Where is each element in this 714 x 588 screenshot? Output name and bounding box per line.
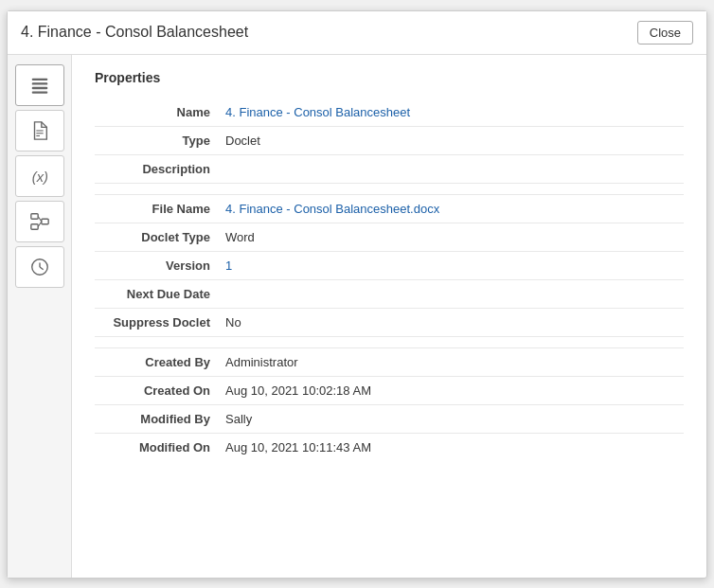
history-icon — [29, 257, 50, 277]
properties-table: Name 4. Finance - Consol Balancesheet Ty… — [95, 98, 684, 461]
modal-body: (x) — [8, 55, 706, 578]
svg-rect-1 — [31, 82, 47, 84]
value-next-due-date — [218, 279, 684, 308]
value-created-on: Aug 10, 2021 10:02:18 AM — [218, 376, 684, 404]
svg-rect-8 — [30, 213, 37, 219]
svg-rect-9 — [30, 223, 37, 229]
value-created-by: Administrator — [218, 347, 684, 376]
label-created-by: Created By — [95, 347, 218, 376]
table-row: Modified By Sally — [95, 404, 684, 433]
label-next-due-date: Next Due Date — [95, 279, 218, 308]
table-row: Description — [95, 154, 684, 183]
table-row: Version 1 — [95, 251, 684, 279]
table-row: Type Doclet — [95, 126, 684, 154]
svg-text:(x): (x) — [31, 169, 47, 184]
sidebar-item-document[interactable] — [15, 110, 64, 151]
label-name: Name — [95, 98, 218, 127]
svg-rect-0 — [31, 78, 47, 80]
table-row: Name 4. Finance - Consol Balancesheet — [95, 98, 684, 127]
variables-icon: (x) — [29, 166, 50, 187]
value-modified-on: Aug 10, 2021 10:11:43 AM — [218, 433, 684, 461]
svg-line-12 — [38, 222, 42, 227]
label-version: Version — [95, 251, 218, 279]
sidebar-item-variables[interactable]: (x) — [15, 155, 64, 197]
list-icon — [29, 75, 50, 96]
svg-line-11 — [38, 216, 42, 222]
value-suppress-doclet: No — [218, 308, 684, 336]
label-filename: File Name — [95, 194, 218, 223]
close-button[interactable]: Close — [637, 21, 693, 45]
label-type: Type — [95, 126, 218, 154]
svg-line-15 — [40, 267, 44, 270]
table-row: Next Due Date — [95, 279, 684, 308]
workflow-icon — [29, 211, 50, 232]
label-created-on: Created On — [95, 376, 218, 404]
sidebar: (x) — [8, 55, 72, 578]
section-title: Properties — [95, 70, 684, 85]
label-suppress-doclet: Suppress Doclet — [95, 308, 218, 336]
separator-row — [95, 183, 684, 194]
value-version: 1 — [218, 251, 684, 279]
sidebar-item-properties[interactable] — [15, 64, 64, 106]
modal-container: 4. Finance - Consol Balancesheet Close — [7, 10, 707, 579]
separator-row — [95, 336, 684, 347]
table-row: Modified On Aug 10, 2021 10:11:43 AM — [95, 433, 684, 461]
table-row: Created On Aug 10, 2021 10:02:18 AM — [95, 376, 684, 404]
svg-rect-10 — [41, 219, 47, 224]
value-modified-by: Sally — [218, 404, 684, 433]
value-description — [218, 154, 684, 183]
svg-rect-2 — [31, 86, 47, 88]
label-description: Description — [95, 154, 218, 183]
table-row: Doclet Type Word — [95, 223, 684, 251]
label-doclet-type: Doclet Type — [95, 223, 218, 251]
sidebar-item-workflow[interactable] — [15, 201, 64, 242]
modal-title: 4. Finance - Consol Balancesheet — [21, 24, 248, 41]
table-row: Suppress Doclet No — [95, 308, 684, 336]
value-filename: 4. Finance - Consol Balancesheet.docx — [218, 194, 684, 223]
label-modified-on: Modified On — [95, 433, 218, 461]
document-icon — [29, 120, 50, 141]
svg-rect-3 — [31, 91, 47, 93]
label-modified-by: Modified By — [95, 404, 218, 433]
modal-header: 4. Finance - Consol Balancesheet Close — [8, 11, 706, 55]
content-area: Properties Name 4. Finance - Consol Bala… — [72, 55, 706, 578]
table-row: File Name 4. Finance - Consol Balanceshe… — [95, 194, 684, 223]
value-doclet-type: Word — [218, 223, 684, 251]
value-name: 4. Finance - Consol Balancesheet — [218, 98, 684, 127]
value-type: Doclet — [218, 126, 684, 154]
table-row: Created By Administrator — [95, 347, 684, 376]
sidebar-item-history[interactable] — [15, 246, 64, 288]
